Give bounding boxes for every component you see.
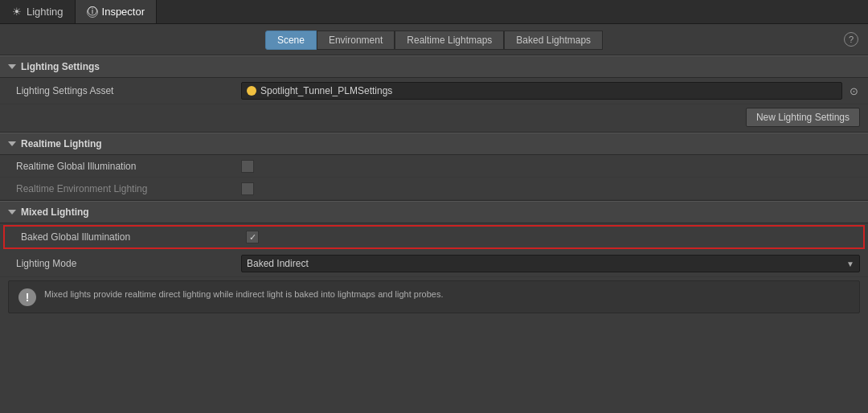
asset-target-icon[interactable]: ⊙ <box>847 84 860 97</box>
realtime-global-illumination-row: Realtime Global Illumination <box>0 155 868 178</box>
realtime-env-lighting-row: Realtime Environment Lighting <box>0 178 868 200</box>
help-icon[interactable]: ? <box>844 32 858 47</box>
realtime-env-lighting-value <box>241 182 860 195</box>
tab-lighting-label: Lighting <box>27 6 63 18</box>
lighting-settings-header-label: Lighting Settings <box>21 61 100 72</box>
asset-text: Spotlight_Tunnel_PLMSettings <box>260 85 392 96</box>
lighting-mode-label: Lighting Mode <box>16 258 241 269</box>
realtime-global-illumination-checkbox[interactable] <box>241 160 254 173</box>
tab-environment[interactable]: Environment <box>317 31 395 50</box>
triangle-icon <box>8 64 16 69</box>
lighting-mode-value: Baked Indirect ▼ <box>241 255 860 272</box>
realtime-env-lighting-checkbox[interactable] <box>241 182 254 195</box>
tab-baked-lightmaps[interactable]: Baked Lightmaps <box>504 31 603 50</box>
asset-label: Lighting Settings Asset <box>16 85 241 96</box>
dropdown-arrow-icon: ▼ <box>846 260 854 268</box>
sun-icon: ☀ <box>11 6 23 18</box>
mixed-lighting-header-label: Mixed Lighting <box>21 206 89 218</box>
baked-global-illumination-value <box>246 231 855 243</box>
lighting-mode-text: Baked Indirect <box>247 258 309 269</box>
realtime-global-illumination-value <box>241 160 860 173</box>
tab-inspector[interactable]: ⓘ Inspector <box>76 0 157 23</box>
lighting-mode-dropdown[interactable]: Baked Indirect ▼ <box>241 255 860 272</box>
inner-tab-bar: Scene Environment Realtime Lightmaps Bak… <box>0 24 868 55</box>
warning-icon: ! <box>18 288 36 306</box>
triangle-icon-3 <box>8 210 16 215</box>
tab-inspector-label: Inspector <box>102 6 145 18</box>
asset-row: Lighting Settings Asset Spotlight_Tunnel… <box>0 78 868 104</box>
tab-realtime-lightmaps[interactable]: Realtime Lightmaps <box>395 31 504 50</box>
info-icon: ⓘ <box>87 6 98 18</box>
lighting-mode-row: Lighting Mode Baked Indirect ▼ <box>0 251 868 277</box>
asset-value-container: Spotlight_Tunnel_PLMSettings ⊙ <box>241 82 860 100</box>
baked-global-illumination-row: Baked Global Illumination <box>3 225 865 249</box>
realtime-global-illumination-label: Realtime Global Illumination <box>16 161 241 172</box>
info-box: ! Mixed lights provide realtime direct l… <box>8 280 860 313</box>
info-text: Mixed lights provide realtime direct lig… <box>44 288 443 301</box>
new-settings-row: New Lighting Settings <box>0 104 868 132</box>
tab-scene[interactable]: Scene <box>265 31 317 50</box>
baked-global-illumination-label: Baked Global Illumination <box>21 231 246 243</box>
asset-field[interactable]: Spotlight_Tunnel_PLMSettings <box>241 82 842 100</box>
triangle-icon-2 <box>8 141 16 146</box>
realtime-lighting-section-header[interactable]: Realtime Lighting <box>0 133 868 155</box>
asset-dot-icon <box>247 86 256 96</box>
new-lighting-settings-button[interactable]: New Lighting Settings <box>746 108 860 127</box>
top-tab-bar: ☀ Lighting ⓘ Inspector <box>0 0 868 24</box>
lighting-settings-section-header[interactable]: Lighting Settings <box>0 55 868 78</box>
tab-lighting[interactable]: ☀ Lighting <box>0 0 76 23</box>
realtime-env-lighting-label: Realtime Environment Lighting <box>16 183 241 194</box>
baked-global-illumination-checkbox[interactable] <box>246 231 259 243</box>
mixed-lighting-section-header[interactable]: Mixed Lighting <box>0 201 868 223</box>
realtime-lighting-header-label: Realtime Lighting <box>21 138 102 149</box>
